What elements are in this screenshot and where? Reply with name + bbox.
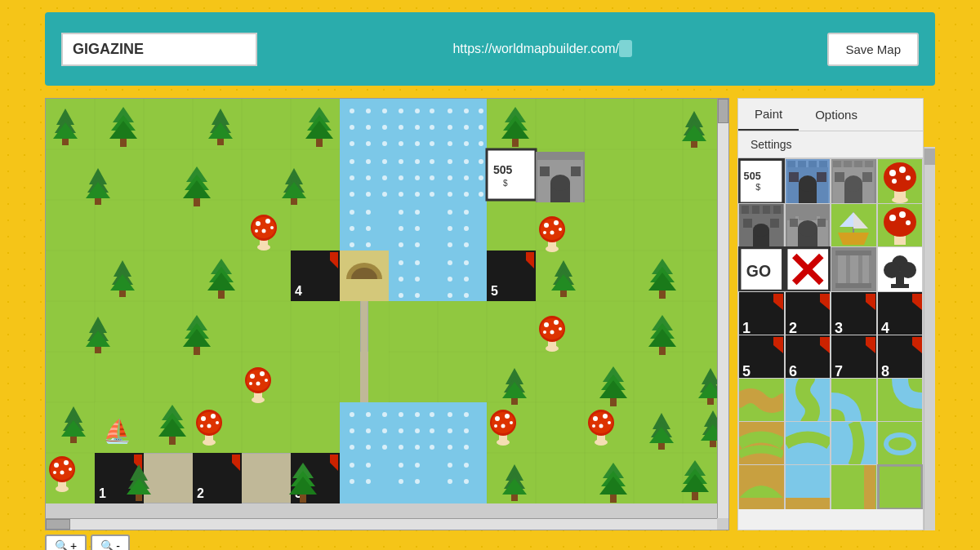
tile-x[interactable] — [785, 246, 831, 293]
tile-path4[interactable] — [877, 378, 924, 424]
tile-boat[interactable] — [831, 203, 877, 250]
svg-rect-126 — [340, 453, 389, 503]
tile-path1[interactable] — [738, 378, 785, 424]
svg-rect-128 — [438, 453, 487, 503]
tile-num4[interactable]: 4 — [877, 291, 924, 338]
zoom-in-button[interactable]: 🔍 + — [45, 534, 87, 550]
tile-mushroom2[interactable] — [877, 203, 924, 250]
tile-num5[interactable]: 5 — [738, 335, 785, 381]
tile-terrain2[interactable] — [785, 421, 831, 468]
map-scrollbar-vertical[interactable] — [717, 99, 728, 518]
svg-point-62 — [382, 159, 387, 164]
svg-rect-125 — [438, 402, 487, 453]
svg-point-140 — [430, 412, 434, 417]
tab-options[interactable]: Options — [799, 99, 874, 131]
svg-point-297 — [884, 207, 916, 237]
tile-castle-blue[interactable] — [785, 158, 831, 205]
svg-rect-218 — [360, 301, 368, 352]
svg-point-61 — [366, 159, 371, 164]
svg-point-121 — [448, 293, 452, 298]
svg-rect-220 — [368, 301, 368, 352]
zoom-out-button[interactable]: 🔍 - — [91, 534, 130, 550]
svg-point-53 — [479, 109, 483, 113]
tile-castle-dark[interactable] — [738, 203, 785, 250]
zoom-out-label: - — [116, 539, 120, 550]
svg-point-87 — [350, 210, 354, 215]
tile-castle-dark2[interactable] — [785, 203, 831, 250]
svg-point-130 — [366, 412, 371, 417]
tile-num2[interactable]: 2 — [785, 291, 831, 338]
url-display: https://worldmapbuilder.com/ — [274, 42, 811, 56]
svg-point-147 — [448, 412, 452, 417]
tile-extra3[interactable] — [831, 464, 877, 509]
tile-terrain1[interactable] — [738, 421, 785, 468]
svg-point-45 — [399, 125, 403, 130]
svg-point-85 — [464, 192, 469, 197]
tile-castle-gray[interactable] — [831, 158, 877, 205]
tile-num8[interactable]: 8 — [877, 335, 924, 381]
save-map-button[interactable]: Save Map — [827, 33, 919, 66]
svg-point-143 — [430, 428, 434, 433]
svg-point-41 — [382, 141, 387, 146]
svg-point-148 — [464, 412, 469, 417]
svg-rect-235 — [144, 453, 193, 454]
svg-point-133 — [366, 428, 371, 433]
svg-rect-234 — [144, 453, 193, 503]
svg-rect-22 — [389, 99, 438, 149]
svg-point-95 — [399, 226, 403, 231]
scrollbar-thumb-horizontal[interactable] — [46, 519, 70, 530]
tile-terrain4[interactable] — [877, 421, 924, 468]
zoom-in-label: + — [70, 539, 77, 550]
panel-tabs: Paint Options — [738, 99, 923, 131]
svg-point-51 — [448, 109, 452, 113]
svg-point-63 — [350, 175, 354, 180]
svg-point-67 — [366, 192, 371, 197]
svg-point-58 — [464, 141, 469, 146]
svg-point-84 — [448, 192, 452, 197]
svg-rect-354 — [786, 498, 830, 509]
svg-point-57 — [448, 141, 452, 146]
scrollbar-thumb-vertical[interactable] — [718, 99, 728, 123]
title-input[interactable] — [61, 33, 257, 66]
tile-505[interactable]: 505$ — [738, 158, 785, 205]
svg-point-118 — [464, 260, 469, 265]
svg-point-81 — [448, 175, 452, 180]
url-highlight — [619, 40, 632, 57]
svg-rect-286 — [799, 206, 817, 220]
svg-point-48 — [399, 141, 403, 146]
svg-rect-239 — [242, 503, 291, 503]
svg-point-139 — [415, 412, 420, 417]
tile-extra1[interactable] — [738, 464, 785, 509]
tile-num3[interactable]: 3 — [831, 291, 877, 338]
svg-point-80 — [479, 159, 483, 164]
tile-path3[interactable] — [831, 378, 877, 424]
tile-num6[interactable]: 6 — [785, 335, 831, 381]
svg-point-351 — [889, 437, 911, 450]
svg-point-83 — [479, 175, 483, 180]
svg-point-56 — [479, 125, 483, 130]
tile-terrain3[interactable] — [831, 421, 877, 468]
svg-point-129 — [350, 412, 354, 417]
tile-pillar[interactable] — [831, 246, 877, 293]
tile-num7[interactable]: 7 — [831, 335, 877, 381]
map-area[interactable]: 4 5 — [45, 98, 729, 530]
tile-club[interactable] — [877, 246, 924, 293]
svg-point-279 — [753, 224, 769, 237]
tile-path2[interactable] — [785, 378, 831, 424]
tile-extra2[interactable] — [785, 464, 831, 509]
svg-rect-280 — [743, 219, 752, 228]
panel-scrollbar-thumb[interactable] — [924, 149, 935, 165]
svg-point-151 — [448, 445, 452, 450]
tile-mushroom1[interactable] — [877, 158, 924, 205]
svg-rect-216 — [571, 166, 581, 176]
tile-go[interactable]: GO — [738, 246, 785, 293]
svg-point-131 — [382, 412, 387, 417]
panel-scrollbar[interactable] — [924, 147, 935, 530]
tile-extra4[interactable] — [877, 464, 924, 509]
tile-num1[interactable]: 1 — [738, 291, 785, 338]
tab-paint[interactable]: Paint — [738, 99, 799, 131]
svg-point-99 — [448, 210, 452, 215]
map-scrollbar-horizontal[interactable] — [46, 518, 717, 530]
svg-point-52 — [464, 109, 469, 113]
settings-row[interactable]: Settings — [738, 131, 923, 158]
